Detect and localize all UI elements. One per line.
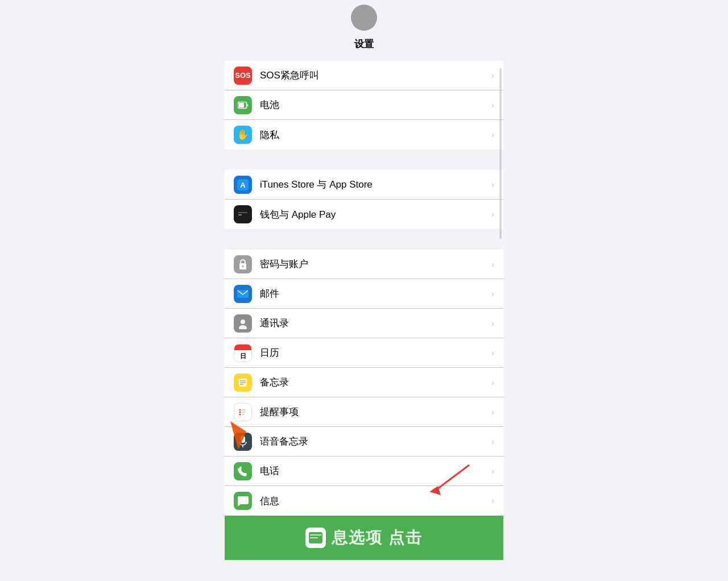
- wallet-label: 钱包与 Apple Pay: [260, 208, 489, 221]
- settings-item-battery[interactable]: 电池 ›: [225, 90, 503, 120]
- phone-container: 设置 SOS SOS紧急呼叫 › 电池 ›: [225, 0, 503, 560]
- chevron-icon: ›: [491, 467, 494, 476]
- svg-rect-24: [242, 414, 245, 415]
- battery-icon: [234, 96, 252, 114]
- mail-label: 邮件: [260, 287, 489, 300]
- reminders-icon: [234, 403, 252, 421]
- itunes-label: iTunes Store 与 App Store: [260, 178, 489, 191]
- svg-point-19: [239, 409, 241, 410]
- bottom-banner: 息选项 点击: [225, 516, 503, 560]
- svg-rect-6: [238, 212, 247, 213]
- password-icon: [234, 255, 252, 273]
- chevron-icon: ›: [491, 101, 494, 110]
- section-gap-2: [225, 229, 503, 250]
- settings-item-contacts[interactable]: 通讯录 ›: [225, 309, 503, 338]
- voice-memos-icon: [234, 433, 252, 451]
- messages-label: 信息: [260, 495, 489, 508]
- calendar-label: 日历: [260, 346, 489, 359]
- settings-item-messages[interactable]: 信息 ›: [225, 486, 503, 516]
- chevron-icon: ›: [491, 378, 494, 387]
- wallet-icon: [234, 205, 252, 223]
- sos-icon: SOS: [234, 67, 252, 85]
- chevron-icon: ›: [491, 180, 494, 189]
- mail-icon: [234, 285, 252, 303]
- svg-rect-28: [310, 534, 321, 536]
- settings-item-phone[interactable]: 电话 ›: [225, 457, 503, 486]
- calendar-icon: 日: [234, 344, 252, 362]
- svg-text:A: A: [240, 181, 246, 189]
- chevron-icon: ›: [491, 130, 494, 139]
- avatar: [351, 5, 377, 31]
- section-3: 密码与账户 › 邮件 ›: [225, 250, 503, 516]
- banner-text: 息选项 点击: [332, 527, 423, 549]
- svg-rect-25: [241, 436, 245, 443]
- section-2: A iTunes Store 与 App Store › 钱包与 Apple P…: [225, 170, 503, 229]
- section-gap-1: [225, 150, 503, 170]
- settings-item-wallet[interactable]: 钱包与 Apple Pay ›: [225, 200, 503, 229]
- notes-label: 备忘录: [260, 376, 489, 389]
- chevron-icon: ›: [491, 437, 494, 446]
- voice-memos-label: 语音备忘录: [260, 435, 489, 448]
- privacy-icon: ✋: [234, 126, 252, 144]
- chevron-icon: ›: [491, 348, 494, 358]
- svg-rect-23: [242, 412, 246, 413]
- phone-label: 电话: [260, 464, 489, 478]
- scrollbar[interactable]: [499, 68, 502, 239]
- page-title: 设置: [354, 38, 374, 55]
- chevron-icon: ›: [491, 408, 494, 417]
- chevron-icon: ›: [491, 289, 494, 298]
- battery-label: 电池: [260, 98, 489, 111]
- settings-item-itunes[interactable]: A iTunes Store 与 App Store ›: [225, 170, 503, 200]
- svg-point-9: [242, 265, 244, 267]
- chevron-icon: ›: [491, 71, 494, 80]
- svg-rect-1: [239, 103, 244, 107]
- svg-rect-22: [242, 409, 246, 410]
- chevron-icon: ›: [491, 260, 494, 269]
- svg-rect-29: [310, 537, 318, 538]
- messages-icon: [234, 492, 252, 510]
- settings-item-reminders[interactable]: 提醒事项 ›: [225, 397, 503, 427]
- notes-icon: [234, 374, 252, 392]
- chevron-icon: ›: [491, 496, 494, 505]
- settings-item-voice-memos[interactable]: 语音备忘录 ›: [225, 427, 503, 457]
- privacy-label: 隐私: [260, 128, 489, 142]
- itunes-icon: A: [234, 176, 252, 194]
- svg-point-12: [241, 319, 245, 324]
- settings-item-notes[interactable]: 备忘录 ›: [225, 368, 503, 397]
- settings-item-mail[interactable]: 邮件 ›: [225, 279, 503, 309]
- settings-item-privacy[interactable]: ✋ 隐私 ›: [225, 120, 503, 150]
- password-label: 密码与账户: [260, 258, 489, 271]
- settings-item-password[interactable]: 密码与账户 ›: [225, 250, 503, 279]
- svg-point-21: [239, 413, 241, 415]
- settings-screen: 设置 SOS SOS紧急呼叫 › 电池 ›: [225, 0, 503, 560]
- svg-rect-7: [238, 214, 242, 215]
- chevron-icon: ›: [491, 319, 494, 328]
- settings-item-sos[interactable]: SOS SOS紧急呼叫 ›: [225, 61, 503, 90]
- section-1: 电池 › ✋ 隐私 ›: [225, 90, 503, 150]
- reminders-label: 提醒事项: [260, 405, 489, 418]
- banner-icon: [305, 528, 326, 548]
- chevron-icon: ›: [491, 210, 494, 219]
- contacts-label: 通讯录: [260, 317, 489, 330]
- svg-rect-2: [247, 103, 248, 106]
- sos-label: SOS紧急呼叫: [260, 69, 489, 82]
- svg-point-20: [239, 411, 241, 413]
- phone-icon: [234, 462, 252, 480]
- settings-item-calendar[interactable]: 日 日历 ›: [225, 338, 503, 368]
- header: 设置: [225, 0, 503, 61]
- contacts-icon: [234, 314, 252, 333]
